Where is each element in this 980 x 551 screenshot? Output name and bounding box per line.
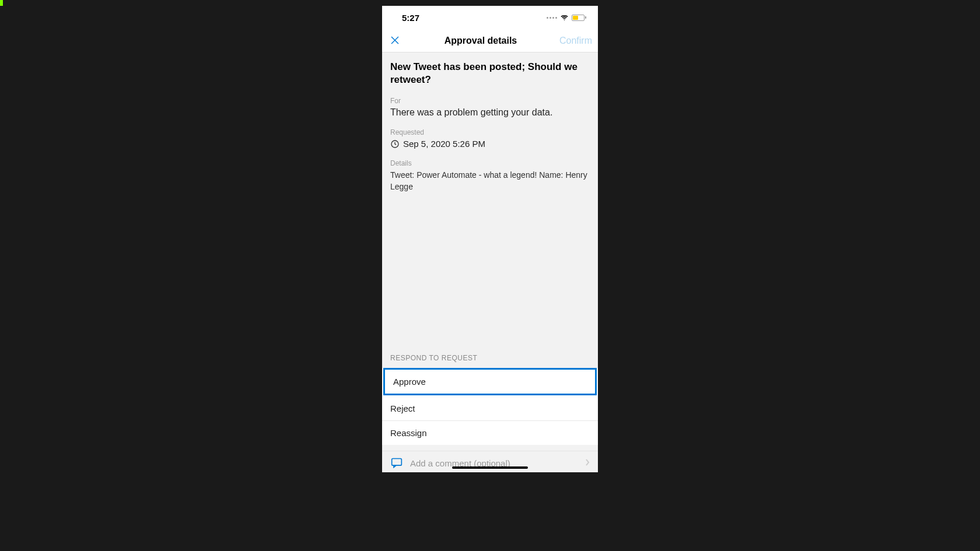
requested-row: Sep 5, 2020 5:26 PM [390, 139, 590, 149]
approve-option[interactable]: Approve [383, 368, 597, 395]
comment-bar [382, 451, 598, 472]
home-indicator [452, 466, 528, 469]
chevron-right-icon [585, 458, 590, 468]
approval-title: New Tweet has been posted; Should we ret… [390, 61, 590, 86]
clock-icon [390, 139, 400, 149]
status-bar: 5:27 [382, 6, 598, 29]
status-icons [547, 13, 586, 22]
battery-icon [572, 15, 586, 21]
details-value: Tweet: Power Automate - what a legend! N… [390, 170, 590, 192]
comment-icon [390, 457, 403, 469]
content-area: New Tweet has been posted; Should we ret… [382, 52, 598, 472]
details-section: New Tweet has been posted; Should we ret… [382, 52, 598, 348]
requested-value: Sep 5, 2020 5:26 PM [403, 139, 485, 149]
reject-option[interactable]: Reject [382, 396, 598, 421]
for-label: For [390, 97, 590, 105]
signal-icon [547, 17, 557, 19]
for-value: There was a problem getting your data. [390, 107, 590, 118]
nav-bar: Approval details Confirm [382, 29, 598, 52]
wifi-icon [560, 13, 569, 22]
reassign-option[interactable]: Reassign [382, 421, 598, 445]
option-list: Approve Reject Reassign [382, 368, 598, 445]
details-label: Details [390, 159, 590, 167]
phone-frame: 5:27 A [382, 6, 598, 472]
confirm-button[interactable]: Confirm [559, 36, 592, 46]
svg-rect-4 [392, 459, 402, 466]
svg-point-0 [564, 19, 565, 20]
respond-section: RESPOND TO REQUEST Approve Reject Reassi… [382, 348, 598, 472]
requested-label: Requested [390, 128, 590, 136]
close-button[interactable] [388, 34, 402, 47]
status-time: 5:27 [394, 13, 419, 23]
page-title: Approval details [444, 36, 517, 46]
decoration-accent [0, 0, 3, 6]
respond-label: RESPOND TO REQUEST [382, 348, 598, 367]
